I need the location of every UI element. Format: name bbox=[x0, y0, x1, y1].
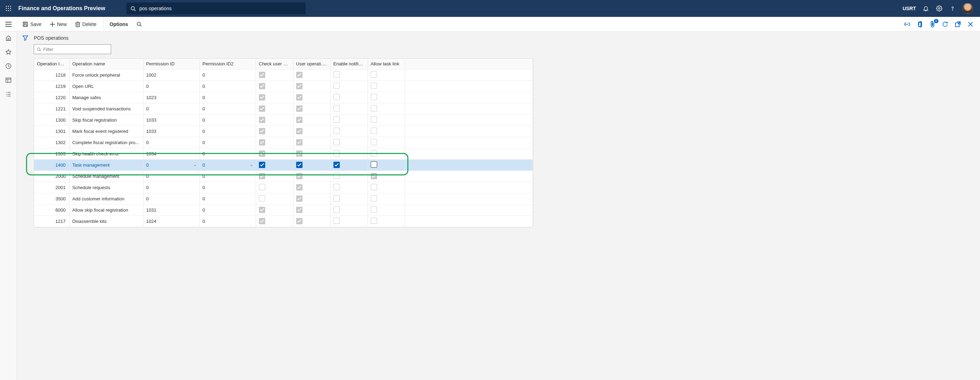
user-avatar[interactable] bbox=[963, 3, 973, 14]
link-icon[interactable] bbox=[903, 21, 911, 28]
plus-icon bbox=[50, 22, 55, 27]
svg-point-5 bbox=[10, 8, 11, 9]
company-label[interactable]: USRT bbox=[903, 6, 916, 11]
search-text: pos operations bbox=[139, 6, 172, 11]
action-bar: Save New Delete Options 0 bbox=[0, 17, 980, 32]
options-button[interactable]: Options bbox=[103, 17, 132, 32]
delete-button[interactable]: Delete bbox=[72, 17, 100, 32]
svg-point-12 bbox=[952, 10, 953, 10]
save-button[interactable]: Save bbox=[19, 17, 45, 32]
trash-icon bbox=[75, 21, 80, 27]
search-icon bbox=[137, 21, 142, 27]
search-icon bbox=[130, 6, 136, 11]
save-label: Save bbox=[30, 21, 41, 27]
svg-line-27 bbox=[140, 25, 142, 26]
global-search-box[interactable]: pos operations bbox=[126, 2, 305, 14]
svg-line-10 bbox=[134, 10, 136, 11]
svg-rect-17 bbox=[24, 22, 26, 23]
app-title: Finance and Operations Preview bbox=[18, 5, 105, 12]
nav-toggle-icon[interactable] bbox=[0, 17, 17, 32]
new-button[interactable]: New bbox=[46, 17, 70, 32]
svg-point-4 bbox=[8, 8, 9, 9]
svg-rect-18 bbox=[24, 24, 26, 26]
app-launcher-icon[interactable] bbox=[3, 3, 14, 14]
attachments-badge: 0 bbox=[934, 19, 939, 23]
notification-bell-icon[interactable] bbox=[922, 5, 929, 12]
svg-point-6 bbox=[6, 10, 7, 11]
svg-rect-16 bbox=[23, 22, 27, 26]
svg-point-8 bbox=[10, 10, 11, 11]
svg-point-2 bbox=[10, 6, 11, 7]
top-navigation-bar: Finance and Operations Preview pos opera… bbox=[0, 0, 980, 17]
svg-point-11 bbox=[939, 8, 940, 10]
svg-point-7 bbox=[8, 10, 9, 11]
save-icon bbox=[22, 21, 28, 27]
svg-point-3 bbox=[6, 8, 7, 9]
delete-label: Delete bbox=[82, 21, 96, 27]
gear-icon[interactable] bbox=[935, 5, 943, 12]
close-icon[interactable] bbox=[967, 21, 974, 28]
new-label: New bbox=[57, 21, 67, 27]
action-search-button[interactable] bbox=[133, 17, 145, 32]
svg-point-1 bbox=[8, 6, 9, 7]
office-icon[interactable] bbox=[916, 21, 924, 28]
options-label: Options bbox=[110, 21, 128, 27]
popout-icon[interactable] bbox=[954, 21, 962, 28]
svg-point-26 bbox=[137, 22, 140, 25]
svg-point-9 bbox=[131, 6, 134, 10]
topbar-right: USRT bbox=[903, 3, 977, 14]
attachments-icon[interactable]: 0 bbox=[929, 21, 936, 28]
refresh-icon[interactable] bbox=[941, 21, 949, 28]
svg-rect-21 bbox=[76, 23, 80, 27]
svg-point-0 bbox=[6, 6, 7, 7]
help-icon[interactable] bbox=[949, 5, 956, 12]
